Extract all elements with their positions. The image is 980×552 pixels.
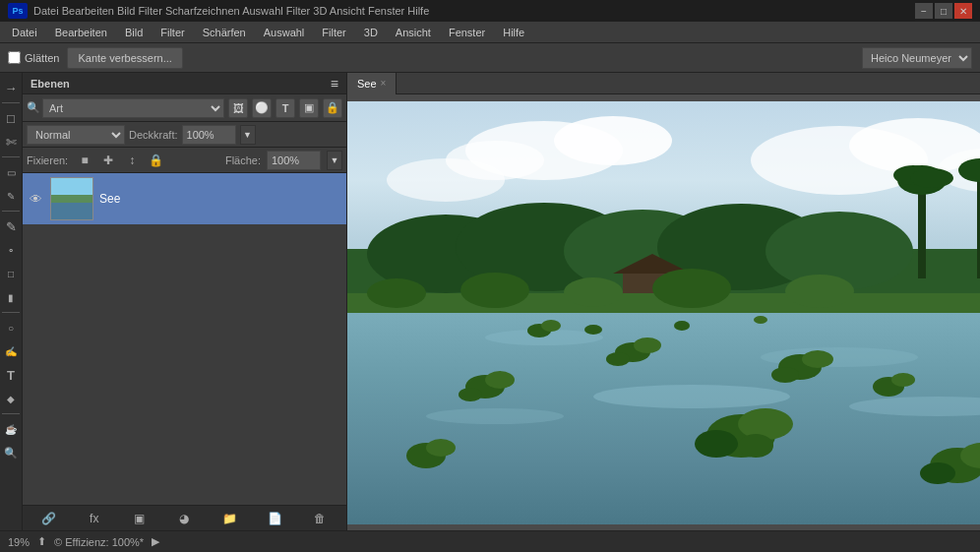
smooth-checkbox[interactable] xyxy=(8,51,21,64)
svg-point-56 xyxy=(891,373,915,387)
layers-blend-row: Normal Deckkraft: ▼ xyxy=(23,122,346,148)
layer-type-select[interactable]: Art xyxy=(42,98,224,118)
layer-filter-icon-shape[interactable]: ▣ xyxy=(299,98,319,118)
svg-point-29 xyxy=(367,278,426,308)
zoom-level: 19% xyxy=(8,536,30,548)
menu-auswahl[interactable]: Auswahl xyxy=(256,25,313,40)
menu-hilfe[interactable]: Hilfe xyxy=(495,25,532,40)
menu-filter2[interactable]: Filter xyxy=(314,25,353,40)
tool-divider-4 xyxy=(2,312,20,313)
tool-eyedropper[interactable]: ✎ xyxy=(0,185,22,207)
tool-eraser[interactable]: □ xyxy=(0,263,22,284)
lock-image-btn[interactable]: ✚ xyxy=(99,152,117,169)
svg-point-48 xyxy=(771,367,799,383)
tool-marquee[interactable]: □ xyxy=(0,107,22,129)
menu-schaerfen[interactable]: Schärfen xyxy=(195,25,254,40)
tool-type[interactable]: T xyxy=(0,364,22,386)
layers-lock-row: Fixieren: ■ ✚ ↕ 🔒 Fläche: ▼ xyxy=(23,148,346,173)
layer-search: 🔍 Art xyxy=(27,98,224,118)
layer-new-btn[interactable]: 📄 xyxy=(264,509,285,528)
svg-point-64 xyxy=(584,325,602,335)
svg-point-38 xyxy=(426,408,564,424)
close-button[interactable]: ✕ xyxy=(954,3,972,19)
layer-thumbnail-image xyxy=(51,178,92,219)
layer-link-btn[interactable]: 🔗 xyxy=(38,509,60,528)
layer-filter-icon-lock[interactable]: 🔒 xyxy=(323,98,342,118)
smooth-label: Glätten xyxy=(25,52,59,64)
svg-point-31 xyxy=(564,277,623,307)
menu-datei[interactable]: Datei xyxy=(4,25,45,40)
lock-position-btn[interactable]: ↕ xyxy=(123,152,141,169)
layer-adjustment-btn[interactable]: ◕ xyxy=(173,509,195,528)
tool-crop[interactable]: ▭ xyxy=(0,161,22,183)
tool-path[interactable]: ◆ xyxy=(0,388,22,409)
tool-brush[interactable]: ✎ xyxy=(0,215,22,237)
tool-move[interactable]: → xyxy=(0,77,22,98)
refine-edge-button[interactable]: Kante verbessern... xyxy=(67,47,182,69)
layer-mask-btn[interactable]: ▣ xyxy=(129,509,151,528)
flaeche-dropdown-arrow[interactable]: ▼ xyxy=(327,151,342,170)
menu-bild[interactable]: Bild xyxy=(117,25,151,40)
tool-pen[interactable]: ✍ xyxy=(0,340,22,362)
content-area: Ebenen ≡ 🔍 Art 🖼 ⚪ T ▣ 🔒 xyxy=(23,73,980,530)
svg-point-45 xyxy=(606,352,630,366)
blend-mode-select[interactable]: Normal xyxy=(27,125,125,145)
canvas-tab-see[interactable]: See × xyxy=(347,73,397,94)
layer-filter-icon-image[interactable]: 🖼 xyxy=(228,98,248,118)
tool-clone[interactable]: ⚬ xyxy=(0,239,22,261)
tool-dodge[interactable]: ○ xyxy=(0,317,22,338)
svg-point-54 xyxy=(541,320,561,332)
flaeche-label: Fläche: xyxy=(225,154,261,166)
layer-delete-btn[interactable]: 🗑 xyxy=(309,509,331,528)
layer-name: See xyxy=(99,192,120,206)
menu-fenster[interactable]: Fenster xyxy=(441,25,493,40)
menu-ansicht[interactable]: Ansicht xyxy=(388,25,439,40)
efficiency-info: © Effizienz: 100%* xyxy=(54,536,144,548)
svg-point-59 xyxy=(920,462,955,484)
window-controls[interactable]: − □ ✕ xyxy=(915,3,972,19)
opacity-input[interactable] xyxy=(182,125,236,145)
status-bar: 19% ⬆ © Effizienz: 100%* ▶ xyxy=(0,530,980,552)
svg-point-32 xyxy=(652,269,731,308)
layers-list: 👁 See xyxy=(23,173,346,505)
layers-filter-row: 🔍 Art 🖼 ⚪ T ▣ 🔒 xyxy=(23,94,346,122)
svg-point-50 xyxy=(738,408,793,440)
tool-hand[interactable]: ☕ xyxy=(0,418,22,440)
layers-panel-menu-icon[interactable]: ≡ xyxy=(331,76,338,92)
layer-filter-icon-text[interactable]: T xyxy=(276,98,295,118)
layers-panel-header: Ebenen ≡ xyxy=(23,73,346,94)
menu-bearbeiten[interactable]: Bearbeiten xyxy=(47,25,115,40)
left-toolbar: → □ ✄ ▭ ✎ ✎ ⚬ □ ▮ ○ ✍ T ◆ ☕ 🔍 xyxy=(0,73,23,530)
user-select-container: Heico Neumeyer xyxy=(862,47,972,69)
user-select[interactable]: Heico Neumeyer xyxy=(862,47,972,69)
lock-all-btn[interactable]: 🔒 xyxy=(147,152,164,169)
canvas-area: See × xyxy=(347,73,980,530)
smooth-checkbox-container: Glätten xyxy=(8,51,59,64)
layer-effects-btn[interactable]: fx xyxy=(84,509,105,528)
layer-group-btn[interactable]: 📁 xyxy=(218,509,240,528)
layer-filter-icon-adjust[interactable]: ⚪ xyxy=(252,98,272,118)
restore-button[interactable]: □ xyxy=(935,3,952,19)
tool-gradient[interactable]: ▮ xyxy=(0,286,22,308)
svg-point-61 xyxy=(426,439,456,457)
ps-logo: Ps xyxy=(8,3,28,19)
lock-pixels-btn[interactable]: ■ xyxy=(76,152,93,169)
canvas-tab-close[interactable]: × xyxy=(381,78,387,89)
menu-3d[interactable]: 3D xyxy=(356,25,386,40)
opacity-dropdown-arrow[interactable]: ▼ xyxy=(240,125,256,145)
svg-point-30 xyxy=(460,273,529,308)
status-arrow[interactable]: ▶ xyxy=(152,535,159,548)
title-text: Datei Bearbeiten Bild Filter Scharfzeich… xyxy=(33,5,429,17)
tool-divider-2 xyxy=(2,156,20,157)
layer-visibility-eye[interactable]: 👁 xyxy=(27,190,44,208)
main-area: → □ ✄ ▭ ✎ ✎ ⚬ □ ▮ ○ ✍ T ◆ ☕ 🔍 Ebenen ≡ xyxy=(0,73,980,530)
layer-item-see[interactable]: 👁 See xyxy=(23,173,346,224)
flaeche-input[interactable] xyxy=(267,151,321,170)
tool-zoom[interactable]: 🔍 xyxy=(0,442,22,463)
svg-point-2 xyxy=(554,116,672,165)
tool-lasso[interactable]: ✄ xyxy=(0,131,22,153)
share-icon[interactable]: ⬆ xyxy=(37,535,46,548)
minimize-button[interactable]: − xyxy=(915,3,933,19)
lock-label: Fixieren: xyxy=(27,154,68,166)
menu-filter1[interactable]: Filter xyxy=(153,25,192,40)
